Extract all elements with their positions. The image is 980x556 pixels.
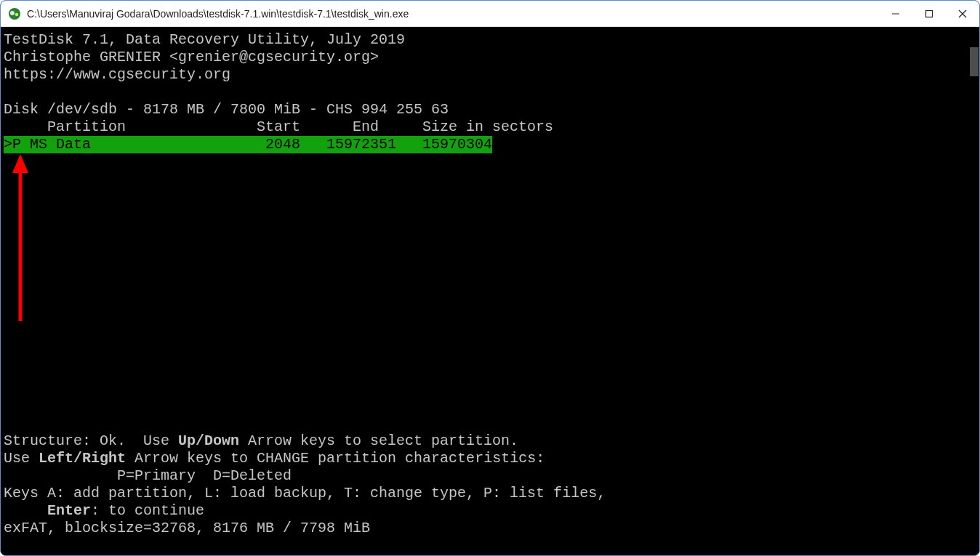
app-window: C:\Users\Manuviraj Godara\Downloads\test… [0,0,980,556]
scrollbar-thumb[interactable] [970,47,979,76]
partition-row-selected[interactable]: >P MS Data 2048 15972351 15970304 [4,136,492,153]
disk-info-line: Disk /dev/sdb - 8178 MB / 7800 MiB - CHS… [4,101,449,118]
title-bar[interactable]: C:\Users\Manuviraj Godara\Downloads\test… [1,1,979,27]
leftright-key-label: Left/Right [39,450,126,467]
close-button[interactable] [946,1,979,27]
updown-key-label: Up/Down [178,432,239,449]
svg-point-2 [15,12,18,15]
minimize-button[interactable] [879,1,912,27]
keys-line: Keys A: add partition, L: load backup, T… [4,485,606,501]
filesystem-line: exFAT, blocksize=32768, 8176 MB / 7798 M… [4,520,370,536]
header-line3: https://www.cgsecurity.org [4,66,230,83]
change-line: Use Left/Right Arrow keys to CHANGE part… [4,450,545,467]
column-headers: Partition Start End Size in sectors [4,118,553,135]
legend-line: P=Primary D=Deleted [4,467,292,484]
window-title: C:\Users\Manuviraj Godara\Downloads\test… [27,8,409,20]
header-line2: Christophe GRENIER <grenier@cgsecurity.o… [4,49,379,65]
maximize-button[interactable] [912,1,946,27]
vertical-scrollbar[interactable] [966,27,979,555]
svg-rect-4 [926,10,933,17]
structure-line: Structure: Ok. Use Up/Down Arrow keys to… [4,432,518,449]
terminal-output[interactable]: TestDisk 7.1, Data Recovery Utility, Jul… [1,27,966,555]
svg-point-1 [10,11,15,15]
enter-key-label: Enter [47,502,91,519]
enter-line: Enter: to continue [4,502,204,519]
terminal-area: TestDisk 7.1, Data Recovery Utility, Jul… [1,27,979,555]
app-icon [8,7,21,20]
header-line1: TestDisk 7.1, Data Recovery Utility, Jul… [4,31,405,48]
